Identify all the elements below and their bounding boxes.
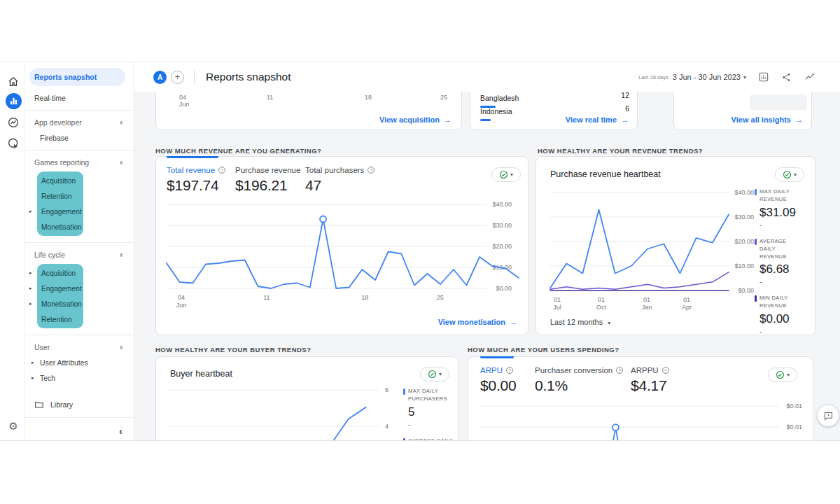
sidebar-item-tech[interactable]: ▸Tech — [25, 370, 134, 386]
svg-text:6: 6 — [385, 386, 388, 393]
expand-arrow-icon[interactable]: ▸ — [31, 360, 34, 365]
stat-min-daily-revenue: MIN DAILY REVENUE $0.00 - — [755, 295, 798, 335]
share-icon — [781, 72, 792, 83]
data-quality-pill[interactable]: ▾ — [768, 368, 797, 382]
sidebar-item-library[interactable]: Library — [25, 396, 134, 413]
heartbeat-range-selector[interactable]: Last 12 months ▾ — [550, 318, 610, 326]
help-icon[interactable]: ? — [616, 367, 623, 374]
svg-text:11: 11 — [263, 294, 270, 301]
view-acquisition-link[interactable]: View acquisition→ — [379, 115, 451, 124]
page-title: Reports snapshot — [206, 71, 291, 83]
reports-snapshot-content: 04Jun 11 18 25 View acquisition→ Banglad… — [134, 92, 840, 440]
chevron-down-icon[interactable]: ▾ — [743, 74, 746, 80]
svg-text:$0.01: $0.01 — [786, 424, 802, 430]
svg-text:$30.00: $30.00 — [492, 222, 512, 229]
monetisation-overview-card: Total revenue? $197.74 Purchase revenue … — [155, 156, 528, 335]
view-all-insights-link[interactable]: View all insights→ — [732, 115, 803, 124]
svg-text:$10.00: $10.00 — [734, 262, 754, 270]
date-range-preset-label: Last 28 days — [638, 74, 668, 80]
chevron-down-icon: ▾ — [608, 320, 610, 326]
chevron-down-icon: ▾ — [794, 172, 797, 178]
collapse-sidebar-icon[interactable]: ‹ — [119, 426, 122, 437]
stat-max-daily-purchasers: MAX DAILY PURCHASERS 5 - — [403, 388, 458, 428]
sidebar-section-app-developer[interactable]: App developer ∧ — [25, 115, 134, 130]
sidebar-item-monetisation[interactable]: ▸Monetisation — [37, 296, 83, 312]
sidebar-item-firebase[interactable]: Firebase — [25, 130, 134, 146]
stat-average-daily-purchasers: AVERAGE DAILY PURCHASERS — [403, 438, 458, 440]
svg-text:01: 01 — [683, 296, 690, 303]
topbar: A + Reports snapshot Last 28 days 3 Jun … — [134, 62, 840, 92]
svg-text:$0.00: $0.00 — [738, 287, 754, 294]
metric-arpu[interactable]: ARPU? $0.00 — [480, 366, 517, 394]
divider — [25, 242, 134, 243]
active-metric-indicator — [167, 156, 218, 158]
customize-report-button[interactable] — [758, 71, 769, 83]
expand-arrow-icon[interactable]: ▸ — [29, 286, 32, 291]
home-icon[interactable] — [6, 74, 21, 90]
svg-text:01: 01 — [554, 296, 561, 303]
admin-gear-icon[interactable]: ⚙ — [6, 419, 21, 434]
view-monetisation-link[interactable]: View monetisation→ — [438, 318, 517, 326]
expand-arrow-icon[interactable]: ▸ — [29, 209, 32, 214]
x-axis-tick: 25 — [440, 94, 447, 101]
explore-icon[interactable] — [6, 136, 21, 151]
help-icon[interactable]: ? — [218, 167, 225, 174]
data-quality-pill[interactable]: ▾ — [420, 367, 449, 382]
heartbeat-stats: MAX DAILY REVENUE $31.09 - AVERAGE DAILY… — [755, 188, 798, 344]
sidebar-item-real-time[interactable]: Real-time — [25, 90, 134, 106]
svg-text:25: 25 — [437, 294, 444, 301]
divider — [25, 110, 134, 111]
share-button[interactable] — [781, 72, 792, 83]
spending-card: ARPU? $0.00 Purchaser conversion? 0.1% A… — [468, 356, 813, 440]
sidebar-section-games-reporting[interactable]: Games reporting ∧ — [25, 155, 134, 170]
insights-card: View all insights→ — [673, 92, 812, 130]
arrow-right-icon: → — [795, 115, 803, 124]
x-axis-tick: 04Jun — [179, 94, 190, 108]
svg-text:01: 01 — [643, 296, 650, 303]
metric-purchase-revenue[interactable]: Purchase revenue $196.21 — [235, 166, 300, 194]
help-icon[interactable]: ? — [506, 367, 513, 374]
sidebar-section-user[interactable]: User ∧ — [25, 340, 134, 355]
acquisition-overview-card: 04Jun 11 18 25 View acquisition→ — [155, 92, 462, 130]
chevron-up-icon: ∧ — [119, 160, 123, 166]
view-real-time-link[interactable]: View real time→ — [566, 115, 629, 124]
revenue-heartbeat-chart: $40.00$30.00$20.00$10.00$0.0001Jul01Oct0… — [547, 185, 757, 316]
arrow-right-icon: → — [510, 318, 517, 326]
svg-text:$30.00: $30.00 — [734, 214, 754, 220]
add-comparison-button[interactable]: + — [171, 71, 184, 84]
sidebar-item-reports-snapshot[interactable]: Reports snapshot — [29, 68, 125, 86]
sidebar-item-engagement[interactable]: ▸Engagement — [37, 204, 83, 219]
svg-text:01: 01 — [598, 296, 605, 303]
expand-arrow-icon[interactable]: ▸ — [29, 301, 32, 307]
x-axis-tick: 11 — [267, 94, 273, 101]
help-icon[interactable]: ? — [368, 167, 374, 174]
sidebar-item-user-attributes[interactable]: ▸User Attributes — [25, 355, 134, 370]
sidebar-item-retention[interactable]: Retention — [37, 312, 83, 327]
reports-icon[interactable] — [6, 93, 22, 109]
sidebar-item-engagement[interactable]: ▸Engagement — [37, 281, 83, 296]
sidebar-item-monetisation[interactable]: Monetisation — [37, 219, 83, 234]
insights-button[interactable] — [804, 71, 816, 83]
sidebar-item-acquisition[interactable]: ▸Acquisition — [37, 265, 83, 281]
sidebar-item-acquisition[interactable]: Acquisition — [37, 173, 83, 188]
metric-arppu[interactable]: ARPPU? $4.17 — [631, 366, 669, 394]
expand-arrow-icon[interactable]: ▸ — [31, 375, 34, 381]
expand-arrow-icon[interactable]: ▸ — [29, 270, 32, 276]
svg-text:$40.00: $40.00 — [734, 189, 754, 196]
metric-total-revenue[interactable]: Total revenue? $197.74 — [167, 166, 225, 194]
feedback-button[interactable] — [818, 405, 839, 426]
date-range-selector[interactable]: 3 Jun - 30 Jun 2023 — [673, 73, 741, 81]
customize-report-icon — [758, 71, 769, 83]
sidebar-section-life-cycle[interactable]: Life cycle ∧ — [25, 247, 134, 262]
metric-total-purchasers[interactable]: Total purchasers? 47 — [305, 166, 374, 194]
data-quality-pill[interactable]: ▾ — [491, 167, 521, 182]
sidebar-item-retention[interactable]: Retention — [37, 188, 83, 204]
buyer-heartbeat-card: Buyer heartbeat ▾ 64 MAX DAILY PURCHASER… — [155, 356, 458, 440]
data-quality-pill[interactable]: ▾ — [775, 167, 804, 182]
property-avatar[interactable]: A — [153, 71, 167, 84]
svg-text:Jun: Jun — [176, 302, 187, 309]
total-revenue-chart: $40.00$30.00$20.00$10.00$0.0004Jun111825 — [163, 195, 526, 316]
metric-purchaser-conversion[interactable]: Purchaser conversion? 0.1% — [535, 366, 623, 394]
advertising-icon[interactable] — [6, 115, 21, 130]
help-icon[interactable]: ? — [662, 367, 669, 374]
